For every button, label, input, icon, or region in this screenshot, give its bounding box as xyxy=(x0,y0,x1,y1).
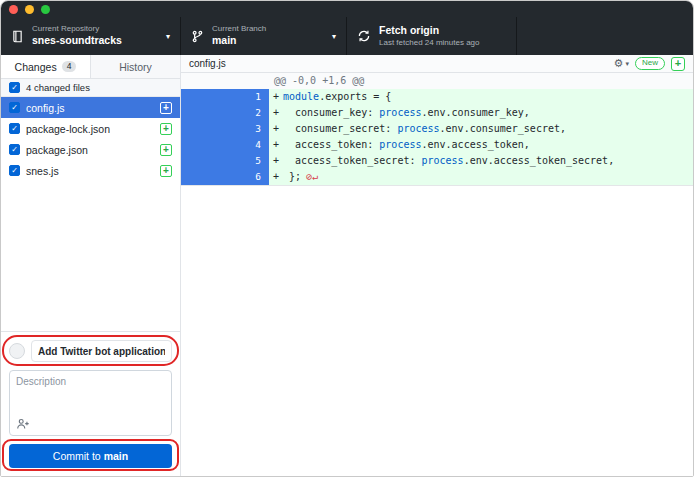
minimize-button[interactable] xyxy=(25,5,34,14)
diff-line-gutter[interactable]: 4 xyxy=(181,137,269,153)
fetch-origin-text: Fetch origin Last fetched 24 minutes ago xyxy=(379,24,480,47)
commit-description-box xyxy=(9,370,172,436)
diff-code: access_token_secret: process.env.access_… xyxy=(283,153,619,169)
commit-description-input[interactable] xyxy=(16,376,165,417)
code-text: .env.consumer_secret, xyxy=(440,123,566,134)
file-status-added-icon: + xyxy=(160,165,172,177)
file-status-added-icon: + xyxy=(160,102,172,114)
file-checkbox[interactable]: ✓ xyxy=(9,123,20,134)
diff-code: consumer_key: process.env.consumer_key, xyxy=(283,105,535,121)
code-text: consumer_key: xyxy=(283,107,379,118)
commit-button-label: Commit to xyxy=(53,450,101,462)
changed-files-header: ✓ 4 changed files xyxy=(1,79,180,97)
code-text: consumer_secret: xyxy=(283,123,397,134)
diff-line: 6 + };⊘↵ xyxy=(181,169,693,185)
file-status-added-icon: + xyxy=(160,123,172,135)
commit-summary-row xyxy=(9,340,172,362)
tab-history[interactable]: History xyxy=(90,55,180,78)
select-all-checkbox[interactable]: ✓ xyxy=(9,82,20,93)
git-branch-icon xyxy=(191,30,204,43)
app-body: Changes 4 History ✓ 4 changed files ✓ co… xyxy=(1,55,693,476)
github-desktop-window: Current Repository snes-soundtracks ▾ Cu… xyxy=(0,0,694,477)
changed-files-list: ✓ config.js + ✓ package-lock.json + ✓ pa… xyxy=(1,97,180,331)
diff-line: 3 + consumer_secret: process.env.consume… xyxy=(181,121,693,137)
file-name: package.json xyxy=(26,144,88,156)
code-text: access_token: xyxy=(283,139,379,150)
repository-name: snes-soundtracks xyxy=(32,34,122,47)
code-text: access_token_secret: xyxy=(283,155,421,166)
changed-files-count: 4 changed files xyxy=(26,82,90,93)
hunk-header-row: @@ -0,0 +1,6 @@ xyxy=(181,73,693,89)
file-checkbox[interactable]: ✓ xyxy=(9,165,20,176)
diff-code: };⊘↵ xyxy=(283,169,318,185)
file-row-package-lock-json[interactable]: ✓ package-lock.json + xyxy=(1,118,180,139)
hunk-header-text: @@ -0,0 +1,6 @@ xyxy=(269,73,364,89)
code-keyword: process xyxy=(421,155,463,166)
no-newline-icon: ⊘↵ xyxy=(306,171,318,182)
diff-line-gutter[interactable]: 6 xyxy=(181,169,269,185)
zoom-button[interactable] xyxy=(41,5,50,14)
diff-line-gutter[interactable]: 5 xyxy=(181,153,269,169)
file-name: snes.js xyxy=(26,165,59,177)
file-row-config-js[interactable]: ✓ config.js + xyxy=(1,97,180,118)
add-coauthor-button[interactable] xyxy=(16,417,32,431)
diff-file-header: config.js ⚙ ▾ New + xyxy=(181,55,693,73)
diff-sign: + xyxy=(269,137,283,153)
file-row-snes-js[interactable]: ✓ snes.js + xyxy=(1,160,180,181)
diff-line-gutter[interactable]: 1 xyxy=(181,89,269,105)
code-text: .exports = { xyxy=(319,91,391,102)
diff-options-button[interactable]: ⚙ ▾ xyxy=(614,58,629,69)
sync-icon xyxy=(357,29,371,43)
changes-count-badge: 4 xyxy=(62,61,77,72)
code-text: .env.consumer_key, xyxy=(421,107,529,118)
branch-switcher-text: Current Branch main xyxy=(212,24,266,47)
chevron-down-icon: ▾ xyxy=(326,32,336,41)
diff-sign: + xyxy=(269,105,283,121)
gear-icon: ⚙ xyxy=(614,58,624,69)
commit-button[interactable]: Commit to main xyxy=(9,444,172,468)
diff-line: 5 + access_token_secret: process.env.acc… xyxy=(181,153,693,169)
code-keyword: module xyxy=(283,91,319,102)
file-checkbox[interactable]: ✓ xyxy=(9,144,20,155)
diff-sign: + xyxy=(269,169,283,185)
diff-empty-area xyxy=(181,186,693,476)
avatar xyxy=(9,343,25,359)
close-button[interactable] xyxy=(9,5,18,14)
diff-sign: + xyxy=(269,121,283,137)
repo-icon xyxy=(11,30,24,43)
commit-button-branch: main xyxy=(104,450,129,462)
diff-sign: + xyxy=(269,153,283,169)
file-name: package-lock.json xyxy=(26,123,110,135)
code-text: .env.access_token_secret, xyxy=(464,155,615,166)
diff-code: consumer_secret: process.env.consumer_se… xyxy=(283,121,571,137)
repository-label: Current Repository xyxy=(32,24,122,34)
diff-line-gutter[interactable]: 2 xyxy=(181,105,269,121)
file-status-added-icon: + xyxy=(160,144,172,156)
file-row-package-json[interactable]: ✓ package.json + xyxy=(1,139,180,160)
tab-changes-label: Changes xyxy=(15,61,57,73)
fetch-title: Fetch origin xyxy=(379,24,480,37)
branch-switcher-button[interactable]: Current Branch main ▾ xyxy=(181,17,347,55)
tab-changes[interactable]: Changes 4 xyxy=(1,55,90,78)
diff-line-gutter[interactable]: 3 xyxy=(181,121,269,137)
diff-line: 1 + module.exports = { xyxy=(181,89,693,105)
repository-switcher-button[interactable]: Current Repository snes-soundtracks ▾ xyxy=(1,17,181,55)
diff-view: @@ -0,0 +1,6 @@ 1 + module.exports = { 2… xyxy=(181,73,693,186)
branch-label: Current Branch xyxy=(212,24,266,34)
chevron-down-icon: ▾ xyxy=(160,32,170,41)
hunk-gutter xyxy=(181,73,269,89)
fetch-origin-button[interactable]: Fetch origin Last fetched 24 minutes ago xyxy=(347,17,517,55)
sidebar-tabs: Changes 4 History xyxy=(1,55,180,79)
expand-diff-button[interactable]: + xyxy=(671,57,685,71)
file-checkbox[interactable]: ✓ xyxy=(9,102,20,113)
diff-line: 4 + access_token: process.env.access_tok… xyxy=(181,137,693,153)
code-keyword: process xyxy=(397,123,439,134)
diff-filename: config.js xyxy=(189,58,608,69)
tab-history-label: History xyxy=(119,61,152,73)
file-name: config.js xyxy=(26,102,65,114)
commit-summary-input[interactable] xyxy=(31,340,172,362)
toolbar: Current Repository snes-soundtracks ▾ Cu… xyxy=(1,17,693,55)
titlebar xyxy=(1,1,693,17)
diff-code: module.exports = { xyxy=(283,89,396,105)
diff-sign: + xyxy=(269,89,283,105)
